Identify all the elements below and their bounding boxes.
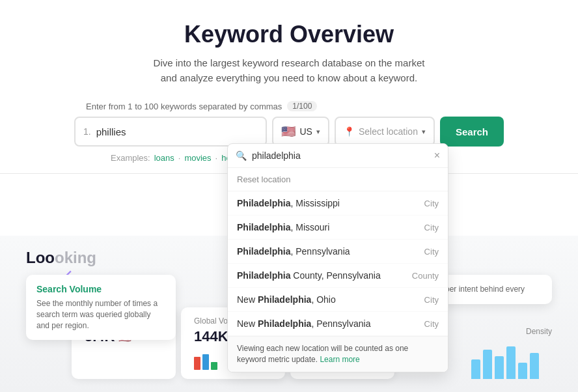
location-type-0: City [424,199,439,208]
country-select[interactable]: 🇺🇸 US ▾ [272,117,329,147]
location-item-0[interactable]: Philadelphia, Mississippi City [228,191,448,216]
location-name-5: New Philadelphia, Pennsylvania [237,318,424,329]
location-item-5[interactable]: New Philadelphia, Pennsylvania City [228,312,448,336]
location-name-2: Philadelphia, Pennsylvania [237,246,424,257]
tooltip-title: Search Volume [36,284,165,294]
bar-4 [506,346,516,379]
location-item-4[interactable]: New Philadelphia, Ohio City [228,288,448,312]
examples-label: Examples: [111,153,150,163]
density-label: Density [526,327,552,336]
location-type-3: County [412,271,439,281]
bar-5 [518,363,527,379]
right-card-text: deeper intent behind every [432,284,542,295]
search-row: 1. 🇺🇸 US ▾ 📍 Select location ▾ Search [74,117,504,147]
country-chevron-icon: ▾ [316,128,320,136]
keyword-input-wrapper: 1. [74,117,267,147]
page-title: Keyword Overview [13,21,565,48]
location-placeholder-text: Select location [359,126,418,137]
header-section: Keyword Overview Dive into the largest k… [0,0,578,101]
location-type-1: City [424,223,439,232]
bar-1 [471,359,480,379]
example-loans[interactable]: loans [154,153,174,163]
location-pin-icon: 📍 [344,126,355,137]
tooltip-description: See the monthly number of times a search… [36,298,165,331]
dropdown-search-row: 🔍 × [228,144,448,168]
dropdown-search-input[interactable] [252,150,429,161]
location-name-0: Philadelphia, Mississippi [237,198,424,208]
bar-6 [530,353,539,379]
keyword-input[interactable] [96,126,258,137]
location-name-3: Philadelphia County, Pennsylvania [237,270,412,281]
location-type-2: City [424,247,439,257]
location-name-4: New Philadelphia, Ohio [237,294,424,305]
location-type-4: City [424,295,439,305]
country-flag: 🇺🇸 [281,124,296,139]
location-name-1: Philadelphia, Missouri [237,222,424,232]
tooltip-card: Search Volume See the monthly number of … [26,275,176,340]
example-movies[interactable]: movies [184,153,211,163]
header-subtitle: Dive into the largest keyword research d… [13,56,565,85]
location-item-1[interactable]: Philadelphia, Missouri City [228,216,448,240]
row-number: 1. [83,126,91,137]
location-chevron-icon: ▾ [422,128,426,136]
page-wrapper: Keyword Overview Dive into the largest k… [0,0,578,392]
location-dropdown: 🔍 × Reset location Philadelphia, Mississ… [227,143,448,372]
location-type-5: City [424,319,439,329]
dropdown-footer: Viewing each new location will be counte… [228,336,448,372]
clear-search-icon[interactable]: × [434,150,440,161]
location-item-2[interactable]: Philadelphia, Pennsylvania City [228,240,448,264]
bar-3 [495,356,504,379]
bar-chart [471,340,539,379]
learn-more-link[interactable]: Learn more [320,355,359,364]
input-label: Enter from 1 to 100 keywords separated b… [86,101,317,111]
dropdown-search-icon: 🔍 [236,150,247,161]
location-select[interactable]: 📍 Select location ▾ [335,117,435,147]
reset-location-button[interactable]: Reset location [228,168,448,191]
country-code: US [299,126,312,137]
location-item-3[interactable]: Philadelphia County, Pennsylvania County [228,264,448,288]
search-button[interactable]: Search [440,117,504,147]
keyword-counter: 1/100 [287,101,317,111]
bar-2 [483,350,492,379]
